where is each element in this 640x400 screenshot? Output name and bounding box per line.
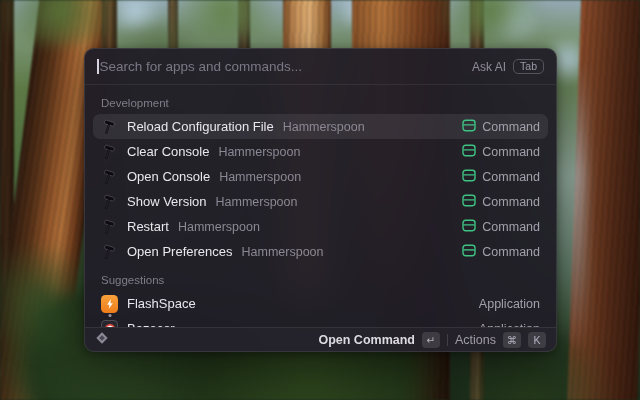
tab-keycap: Tab — [513, 59, 544, 75]
footer-divider — [447, 334, 448, 346]
launcher-window: Ask AI Tab Development Reload Configurat… — [84, 48, 557, 352]
flashspace-app-icon — [101, 295, 118, 312]
list-item[interactable]: Open Console Hammerspoon Command — [93, 164, 548, 189]
list-item[interactable]: Show Version Hammerspoon Command — [93, 189, 548, 214]
result-type: Command — [482, 145, 540, 159]
result-type: Application — [479, 297, 540, 311]
running-indicator-dot — [108, 314, 111, 317]
result-type: Command — [482, 195, 540, 209]
k-keycap: K — [528, 332, 546, 348]
lightning-bolt-icon — [104, 298, 116, 310]
cmd-keycap: ⌘ — [503, 332, 521, 348]
result-type: Command — [482, 245, 540, 259]
terminal-window-icon — [462, 193, 476, 211]
section-header-development: Development — [93, 91, 548, 114]
open-command-button[interactable]: Open Command — [318, 333, 415, 347]
hammer-icon — [101, 118, 118, 135]
terminal-window-icon — [462, 143, 476, 161]
terminal-window-icon — [462, 168, 476, 186]
command-title: Reload Configuration File — [127, 119, 274, 134]
action-bar: Open Command ↵ Actions ⌘ K — [85, 327, 556, 351]
list-item[interactable]: Open Preferences Hammerspoon Command — [93, 239, 548, 264]
result-type: Command — [482, 220, 540, 234]
command-title: Open Preferences — [127, 244, 233, 259]
list-item[interactable]: Restart Hammerspoon Command — [93, 214, 548, 239]
results-list: Development Reload Configuration File Ha… — [85, 85, 556, 327]
hammer-icon — [101, 168, 118, 185]
terminal-window-icon — [462, 218, 476, 236]
command-app: Hammerspoon — [219, 170, 301, 184]
list-item[interactable]: Reload Configuration File Hammerspoon Co… — [93, 114, 548, 139]
command-app: Hammerspoon — [242, 245, 324, 259]
command-title: Clear Console — [127, 144, 209, 159]
command-app: Hammerspoon — [216, 195, 298, 209]
enter-keycap: ↵ — [422, 332, 440, 348]
ask-ai-label: Ask AI — [472, 60, 506, 74]
raycast-diamond-icon — [95, 331, 109, 349]
list-item[interactable]: Bazecor Application — [93, 316, 548, 327]
bazecor-app-icon — [101, 320, 118, 327]
hammer-icon — [101, 243, 118, 260]
list-item[interactable]: Clear Console Hammerspoon Command — [93, 139, 548, 164]
search-input[interactable] — [100, 59, 473, 74]
command-app: Hammerspoon — [283, 120, 365, 134]
command-title: Restart — [127, 219, 169, 234]
shield-badge-icon — [103, 322, 117, 328]
command-title: Open Console — [127, 169, 210, 184]
hammer-icon — [101, 218, 118, 235]
ask-ai-control[interactable]: Ask AI Tab — [472, 59, 544, 75]
result-type: Command — [482, 120, 540, 134]
text-caret — [97, 59, 99, 74]
hammer-icon — [101, 193, 118, 210]
search-bar: Ask AI Tab — [85, 49, 556, 85]
hammer-icon — [101, 143, 118, 160]
terminal-window-icon — [462, 243, 476, 261]
list-item[interactable]: FlashSpace Application — [93, 291, 548, 316]
result-type: Command — [482, 170, 540, 184]
command-app: Hammerspoon — [178, 220, 260, 234]
terminal-window-icon — [462, 118, 476, 136]
app-title: FlashSpace — [127, 296, 196, 311]
command-app: Hammerspoon — [218, 145, 300, 159]
command-title: Show Version — [127, 194, 207, 209]
section-header-suggestions: Suggestions — [93, 264, 548, 291]
actions-button[interactable]: Actions — [455, 333, 496, 347]
